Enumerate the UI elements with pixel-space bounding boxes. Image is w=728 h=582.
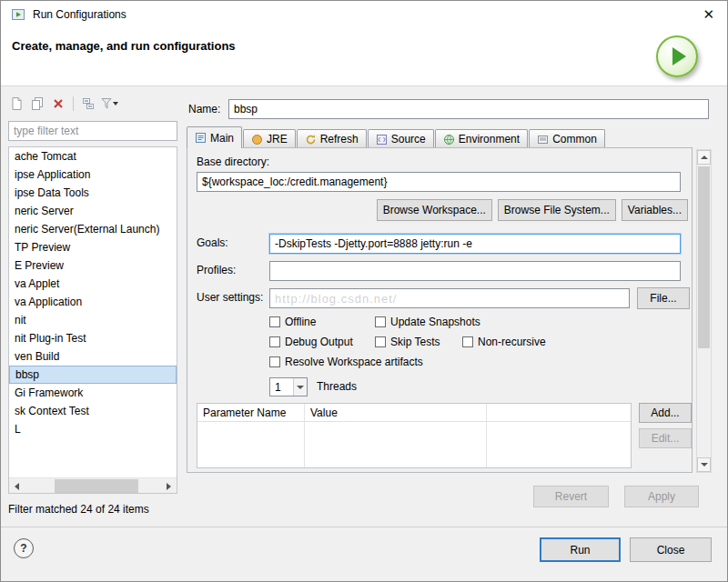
column-divider bbox=[486, 404, 487, 467]
user-settings-label: User settings: bbox=[197, 291, 263, 304]
title-bar: Run Configurations ✕ bbox=[1, 1, 727, 28]
tab-label: JRE bbox=[267, 133, 288, 146]
threads-label: Threads bbox=[317, 380, 357, 393]
browse-workspace-button[interactable]: Browse Workspace... bbox=[377, 199, 492, 221]
environment-tab-icon bbox=[443, 134, 455, 146]
column-divider bbox=[304, 404, 305, 467]
collapse-all-icon[interactable] bbox=[80, 95, 96, 112]
goals-input[interactable] bbox=[269, 234, 681, 254]
update-snapshots-checkbox[interactable]: Update Snapshots bbox=[375, 316, 480, 328]
non-recursive-checkbox[interactable]: Non-recursive bbox=[462, 336, 546, 348]
tree-item[interactable]: L bbox=[9, 420, 177, 438]
tree-item[interactable]: nit Plug-in Test bbox=[9, 329, 177, 347]
checkbox-icon bbox=[269, 316, 280, 327]
configurations-panel: ache Tomcat ipse Application ipse Data T… bbox=[8, 94, 179, 521]
editor-vertical-scrollbar[interactable] bbox=[696, 149, 712, 473]
profiles-label: Profiles: bbox=[197, 264, 236, 276]
tree-item[interactable]: va Application bbox=[9, 293, 177, 311]
base-directory-label: Base directory: bbox=[197, 156, 269, 168]
threads-select[interactable]: 1 bbox=[269, 377, 308, 396]
duplicate-configuration-icon[interactable] bbox=[29, 95, 46, 112]
run-configurations-dialog: Run Configurations ✕ Create, manage, and… bbox=[0, 0, 728, 582]
tree-item[interactable]: ipse Application bbox=[9, 166, 177, 184]
offline-checkbox[interactable]: Offline bbox=[269, 316, 316, 328]
tree-item[interactable]: TP Preview bbox=[9, 238, 177, 256]
browse-buttons-row: Browse Workspace... Browse File System..… bbox=[377, 199, 688, 221]
chevron-down-icon bbox=[293, 378, 307, 396]
add-parameter-button[interactable]: Add... bbox=[639, 403, 692, 423]
tab-refresh[interactable]: Refresh bbox=[297, 129, 367, 148]
help-button[interactable]: ? bbox=[14, 538, 34, 558]
main-tab-content: Base directory: Browse Workspace... Brow… bbox=[187, 147, 693, 473]
run-button[interactable]: Run bbox=[540, 537, 621, 562]
filter-input[interactable] bbox=[8, 121, 177, 141]
parameters-table[interactable]: Parameter Name Value bbox=[197, 403, 632, 468]
tree-item[interactable]: neric Server(External Launch) bbox=[9, 220, 177, 238]
scroll-up-icon[interactable] bbox=[697, 150, 711, 165]
checkbox-row-1: Offline Update Snapshots bbox=[269, 316, 688, 330]
refresh-tab-icon bbox=[305, 134, 317, 146]
debug-output-checkbox[interactable]: Debug Output bbox=[269, 336, 353, 348]
tree-item[interactable]: neric Server bbox=[9, 202, 177, 220]
tree-item[interactable]: ipse Data Tools bbox=[9, 184, 177, 202]
column-value: Value bbox=[310, 406, 338, 419]
tab-label: Common bbox=[552, 133, 597, 146]
new-launch-configuration-icon[interactable] bbox=[8, 95, 25, 112]
toolbar-separator bbox=[73, 96, 74, 111]
variables-button[interactable]: Variables... bbox=[622, 199, 688, 221]
dialog-header: Create, manage, and run configurations bbox=[1, 28, 727, 86]
tab-jre[interactable]: JRE bbox=[243, 129, 296, 148]
tab-environment[interactable]: Environment bbox=[435, 129, 528, 148]
edit-parameter-button[interactable]: Edit... bbox=[639, 428, 692, 448]
user-settings-input[interactable] bbox=[269, 288, 630, 308]
source-tab-icon bbox=[376, 134, 388, 146]
checkbox-icon bbox=[375, 336, 386, 347]
name-input[interactable] bbox=[228, 99, 709, 119]
run-configurations-icon bbox=[10, 6, 26, 23]
goals-label: Goals: bbox=[197, 236, 228, 249]
scroll-left-icon[interactable] bbox=[9, 478, 25, 494]
base-directory-input[interactable] bbox=[197, 172, 681, 192]
configurations-toolbar bbox=[8, 94, 179, 114]
delete-configuration-icon[interactable] bbox=[50, 95, 66, 112]
horizontal-scroll-thumb[interactable] bbox=[55, 479, 138, 493]
tree-item[interactable]: E Preview bbox=[9, 256, 177, 275]
checkbox-row-3: Resolve Workspace artifacts bbox=[269, 356, 688, 370]
file-button[interactable]: File... bbox=[637, 287, 690, 309]
resolve-workspace-artifacts-checkbox[interactable]: Resolve Workspace artifacts bbox=[269, 356, 423, 368]
close-icon[interactable]: ✕ bbox=[703, 6, 714, 23]
skip-tests-checkbox[interactable]: Skip Tests bbox=[375, 336, 440, 348]
tree-item[interactable]: ache Tomcat bbox=[9, 147, 177, 166]
checkbox-icon bbox=[269, 356, 280, 367]
footer-divider bbox=[1, 527, 727, 527]
tree-horizontal-scrollbar[interactable] bbox=[9, 477, 177, 493]
tab-bar: Main JRE Refresh Source Environment Comm… bbox=[187, 126, 693, 148]
tab-label: Main bbox=[210, 132, 234, 145]
apply-button[interactable]: Apply bbox=[624, 486, 699, 507]
profiles-input[interactable] bbox=[269, 261, 681, 281]
tree-item[interactable]: nit bbox=[9, 311, 177, 329]
checkbox-icon bbox=[462, 336, 473, 347]
tree-item[interactable]: va Applet bbox=[9, 275, 177, 293]
name-row: Name: bbox=[187, 99, 722, 119]
revert-button[interactable]: Revert bbox=[533, 486, 609, 507]
close-button[interactable]: Close bbox=[630, 537, 712, 562]
browse-file-system-button[interactable]: Browse File System... bbox=[498, 199, 616, 221]
main-tab-icon bbox=[195, 132, 207, 144]
scroll-down-icon[interactable] bbox=[697, 457, 711, 472]
tree-item[interactable]: sk Context Test bbox=[9, 402, 177, 420]
checkbox-icon bbox=[375, 316, 386, 327]
filter-menu-icon[interactable] bbox=[101, 95, 118, 112]
common-tab-icon bbox=[537, 134, 549, 146]
tree-item[interactable]: ven Build bbox=[9, 347, 177, 366]
tab-main[interactable]: Main bbox=[187, 126, 242, 148]
checkbox-icon bbox=[269, 336, 280, 347]
vertical-scroll-thumb[interactable] bbox=[698, 166, 710, 348]
tab-common[interactable]: Common bbox=[529, 129, 605, 148]
filter-menu-dropdown-arrow bbox=[113, 102, 118, 105]
dialog-header-title: Create, manage, and run configurations bbox=[12, 39, 236, 53]
scroll-right-icon[interactable] bbox=[161, 478, 177, 494]
tree-item[interactable]: Gi Framework bbox=[9, 384, 177, 402]
tree-item-selected[interactable]: bbsp bbox=[9, 366, 177, 384]
tab-source[interactable]: Source bbox=[368, 129, 434, 148]
